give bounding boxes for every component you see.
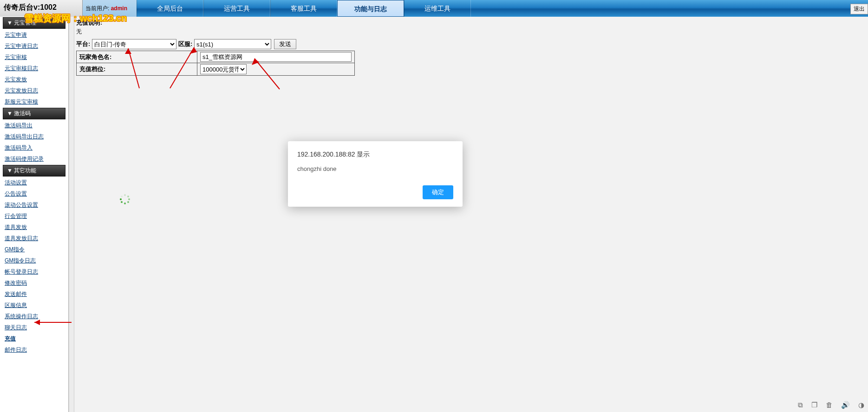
zone-select[interactable]: s1(s1) bbox=[194, 39, 271, 49]
sidebar-item-yb-newserver[interactable]: 新服元宝审核 bbox=[0, 96, 68, 107]
alert-ok-button[interactable]: 确定 bbox=[423, 185, 453, 199]
sidebar-scrollbar[interactable] bbox=[69, 17, 74, 412]
loading-spinner-icon bbox=[120, 194, 130, 204]
nav-tab-funclog[interactable]: 功能与日志 bbox=[337, 0, 404, 17]
sidebar-item-yb-issue[interactable]: 元宝发放 bbox=[0, 74, 68, 85]
sidebar-item-change-pw[interactable]: 修改密码 bbox=[0, 277, 68, 288]
copy-icon[interactable]: ❐ bbox=[811, 401, 817, 409]
top-header: 传奇后台v:1002 当前用户: admin 全局后台 运营工具 客服工具 功能… bbox=[0, 0, 868, 17]
sidebar-item-sysop-log[interactable]: 系统操作日志 bbox=[0, 311, 68, 322]
sidebar-item-notice[interactable]: 公告设置 bbox=[0, 188, 68, 199]
zone-label: 区服: bbox=[178, 40, 194, 48]
sidebar-item-scrollnotice[interactable]: 滚动公告设置 bbox=[0, 199, 68, 210]
nav-tab-global[interactable]: 全局后台 bbox=[137, 0, 203, 17]
sidebar-item-itemissue-log[interactable]: 道具发放日志 bbox=[0, 233, 68, 244]
sidebar-group-activation[interactable]: ▼ 激活码 bbox=[3, 108, 65, 119]
sidebar-group-yuanbao[interactable]: ▼ 元宝管理 bbox=[3, 17, 65, 29]
platform-select[interactable]: 白日门-传奇 bbox=[92, 39, 176, 49]
recharge-desc-label: 充值说明: bbox=[74, 17, 868, 28]
bookmark-icon[interactable]: ◑ bbox=[858, 401, 864, 409]
share-icon[interactable]: ⧉ bbox=[798, 401, 803, 409]
volume-icon[interactable]: 🔊 bbox=[841, 401, 850, 409]
trash-icon[interactable]: 🗑 bbox=[826, 401, 833, 409]
alert-dialog: 192.168.200.188:82 显示 chongzhi done 确定 bbox=[288, 141, 463, 207]
current-user-block: 当前用户: admin bbox=[83, 0, 137, 17]
sidebar-item-login-log[interactable]: 帐号登录日志 bbox=[0, 266, 68, 277]
sidebar-item-yb-issue-log[interactable]: 元宝发放日志 bbox=[0, 85, 68, 96]
sidebar-item-mail-log[interactable]: 邮件日志 bbox=[0, 344, 68, 355]
sidebar-item-guild[interactable]: 行会管理 bbox=[0, 210, 68, 222]
footer-icon-bar: ⧉ ❐ 🗑 🔊 ◑ bbox=[798, 401, 864, 409]
app-logo: 传奇后台v:1002 bbox=[0, 0, 83, 17]
sidebar-item-yb-apply-log[interactable]: 元宝申请日志 bbox=[0, 40, 68, 52]
sidebar-item-ac-export-log[interactable]: 激活码导出日志 bbox=[0, 131, 68, 142]
sidebar-item-gmcmd-log[interactable]: GM指令日志 bbox=[0, 255, 68, 266]
current-user-value: admin bbox=[111, 5, 127, 12]
logout-button[interactable]: 退出 bbox=[850, 4, 868, 14]
nav-tab-ops[interactable]: 运维工具 bbox=[404, 0, 471, 17]
sidebar-item-activity[interactable]: 活动设置 bbox=[0, 177, 68, 188]
sidebar-item-yb-apply[interactable]: 元宝申请 bbox=[0, 29, 68, 40]
sidebar-item-ac-import[interactable]: 激活码导入 bbox=[0, 142, 68, 153]
current-user-label: 当前用户: bbox=[85, 5, 111, 12]
sidebar: ▼ 元宝管理 元宝申请 元宝申请日志 元宝审核 元宝审核日志 元宝发放 元宝发放… bbox=[0, 17, 69, 412]
nav-tab-operate[interactable]: 运营工具 bbox=[203, 0, 270, 17]
sidebar-item-yb-audit-log[interactable]: 元宝审核日志 bbox=[0, 63, 68, 74]
sidebar-item-gmcmd[interactable]: GM指令 bbox=[0, 244, 68, 255]
sidebar-item-send-mail[interactable]: 发送邮件 bbox=[0, 288, 68, 300]
send-button[interactable]: 发送 bbox=[274, 39, 296, 49]
sidebar-item-itemissue[interactable]: 道具发放 bbox=[0, 222, 68, 233]
main-nav: 全局后台 运营工具 客服工具 功能与日志 运维工具 bbox=[137, 0, 471, 17]
sidebar-item-ac-export[interactable]: 激活码导出 bbox=[0, 120, 68, 131]
sidebar-group-other[interactable]: ▼ 其它功能 bbox=[3, 165, 65, 177]
main-content: 充值说明: 无 平台: 白日门-传奇 区服: s1(s1) 发送 玩家角色名: … bbox=[74, 17, 868, 412]
sidebar-item-recharge[interactable]: 充值 bbox=[0, 333, 68, 344]
platform-label: 平台: bbox=[76, 40, 92, 48]
nav-tab-service[interactable]: 客服工具 bbox=[270, 0, 337, 17]
tier-select[interactable]: 100000元货币 bbox=[200, 64, 247, 74]
role-input[interactable] bbox=[200, 52, 352, 62]
sidebar-item-yb-audit[interactable]: 元宝审核 bbox=[0, 52, 68, 63]
sidebar-item-zone-info[interactable]: 区服信息 bbox=[0, 300, 68, 311]
recharge-form-table: 玩家角色名: 充值档位: 100000元货币 bbox=[76, 51, 355, 76]
recharge-desc-value: 无 bbox=[74, 28, 868, 39]
sidebar-item-chat-log[interactable]: 聊天日志 bbox=[0, 322, 68, 333]
alert-message: chongzhi done bbox=[297, 165, 453, 172]
alert-title: 192.168.200.188:82 显示 bbox=[297, 150, 453, 159]
role-label: 玩家角色名: bbox=[77, 51, 197, 63]
tier-label: 充值档位: bbox=[77, 63, 197, 76]
sidebar-item-ac-usage[interactable]: 激活码使用记录 bbox=[0, 153, 68, 164]
